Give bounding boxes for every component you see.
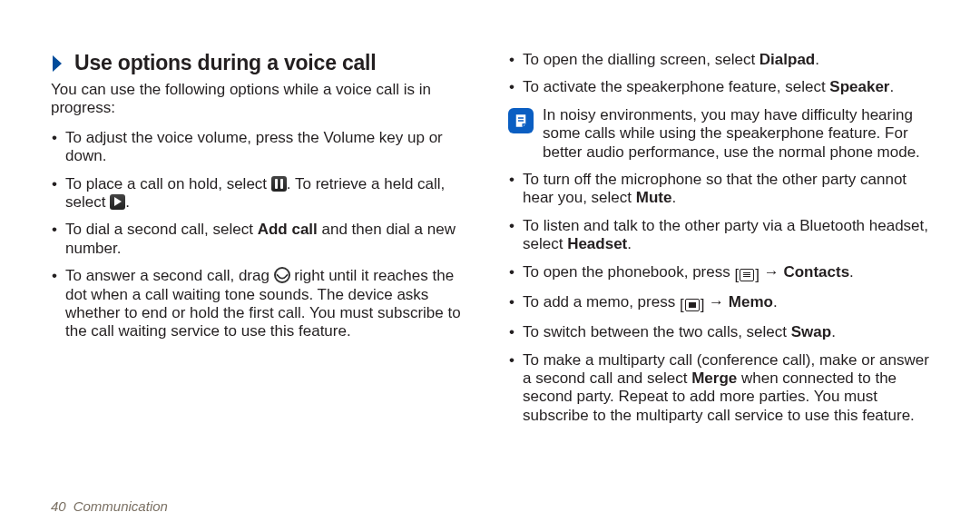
bullet-speaker: To activate the speakerphone feature, se… xyxy=(523,78,929,96)
content-columns: Use options during a voice call You can … xyxy=(51,51,929,434)
intro-text: You can use the following options while … xyxy=(51,81,472,118)
arrow-text: → xyxy=(704,293,728,310)
bullet-text: To open the phonebook, press xyxy=(523,263,734,281)
bullet-text: . xyxy=(125,193,130,211)
left-column: Use options during a voice call You can … xyxy=(51,51,472,434)
bullet-hold: To place a call on hold, select . To ret… xyxy=(65,175,472,212)
bullet-text: To place a call on hold, select xyxy=(65,175,271,192)
bullet-headset: To listen and talk to the other party vi… xyxy=(523,217,929,254)
menu-key-bracket: [] xyxy=(680,296,704,314)
bold-merge: Merge xyxy=(691,369,737,387)
bullet-text: To adjust the voice volume, press the Vo… xyxy=(65,129,443,164)
bold-mute: Mute xyxy=(636,189,672,206)
left-bullets: To adjust the voice volume, press the Vo… xyxy=(51,129,472,341)
bullet-text: . xyxy=(849,263,854,281)
bullet-multiparty: To make a multiparty call (conference ca… xyxy=(523,351,929,426)
bullet-text: To turn off the microphone so that the o… xyxy=(523,171,906,206)
bullet-text: To add a memo, press xyxy=(523,293,680,310)
bullet-text: . xyxy=(890,78,895,95)
right-column: To open the dialling screen, select Dial… xyxy=(508,51,929,434)
bold-contacts: Contacts xyxy=(783,263,849,281)
note-callout: In noisy environments, you may have diff… xyxy=(508,106,929,162)
bullet-text: To open the dialling screen, select xyxy=(523,51,760,68)
page-number: 40 xyxy=(51,498,66,514)
section-name: Communication xyxy=(74,498,168,514)
bullet-answer-second: To answer a second call, drag right unti… xyxy=(65,267,472,341)
bullet-contacts: To open the phonebook, press [] → Contac… xyxy=(523,263,929,284)
bold-add-call: Add call xyxy=(258,221,318,238)
chevron-right-icon xyxy=(51,54,65,74)
bullet-swap: To switch between the two calls, select … xyxy=(523,323,929,341)
phone-icon xyxy=(274,267,290,283)
bullet-text: To answer a second call, drag xyxy=(65,267,274,284)
bullet-volume: To adjust the voice volume, press the Vo… xyxy=(65,129,472,166)
bold-headset: Headset xyxy=(567,235,627,252)
arrow-text: → xyxy=(760,263,783,281)
bullet-text: To switch between the two calls, select xyxy=(523,323,791,340)
bold-swap: Swap xyxy=(791,323,831,340)
play-icon xyxy=(110,194,125,210)
pause-icon xyxy=(271,176,287,192)
bullet-text: . xyxy=(671,189,676,206)
bullet-mute: To turn off the microphone so that the o… xyxy=(523,171,929,208)
menu-key-bracket: [] xyxy=(734,266,759,284)
right-bullets: To open the dialling screen, select Dial… xyxy=(508,51,929,97)
bold-dialpad: Dialpad xyxy=(760,51,815,68)
menu-icon xyxy=(685,299,700,311)
memo-note-icon xyxy=(508,108,534,133)
bullet-text: . xyxy=(831,323,836,340)
page-footer: 40 Communication xyxy=(51,498,168,514)
section-heading: Use options during a voice call xyxy=(74,51,377,75)
bullet-text: To activate the speakerphone feature, se… xyxy=(523,78,829,95)
bullet-text: . xyxy=(773,293,778,310)
bullet-text: . xyxy=(627,235,632,252)
bullet-dialpad: To open the dialling screen, select Dial… xyxy=(523,51,929,69)
note-text: In noisy environments, you may have diff… xyxy=(543,106,929,162)
bullet-second-call: To dial a second call, select Add call a… xyxy=(65,221,472,258)
right-bullets-2: To turn off the microphone so that the o… xyxy=(508,171,929,425)
bold-memo: Memo xyxy=(729,293,773,310)
bold-speaker: Speaker xyxy=(829,78,889,95)
bullet-text: To dial a second call, select xyxy=(65,221,258,238)
section-heading-row: Use options during a voice call xyxy=(51,51,472,75)
bullet-text: . xyxy=(815,51,819,68)
bullet-memo: To add a memo, press [] → Memo. xyxy=(523,293,929,314)
menu-icon xyxy=(740,269,754,281)
